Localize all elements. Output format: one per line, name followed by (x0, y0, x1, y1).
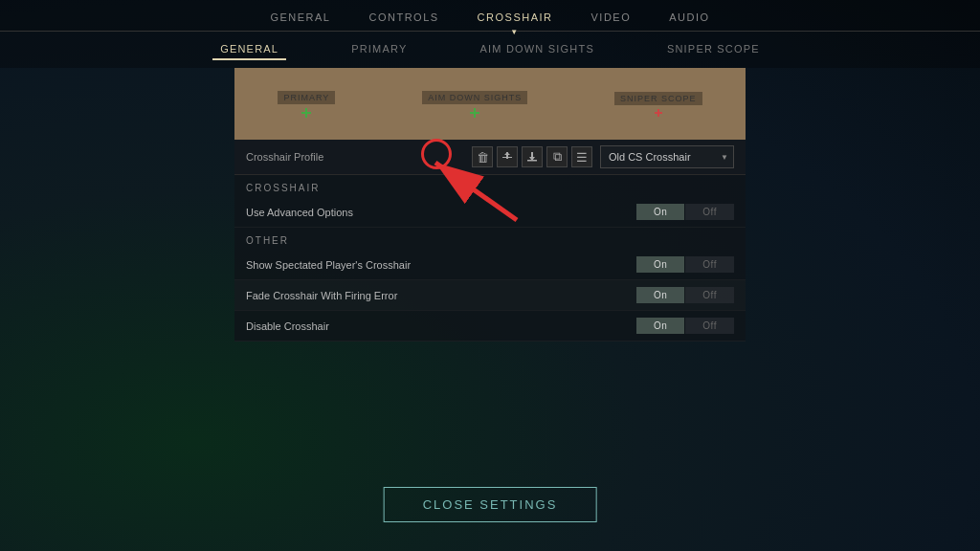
preview-sniper: SNIPER SCOPE (614, 92, 702, 117)
fade-crosshair-row: Fade Crosshair With Firing Error On Off (234, 280, 746, 311)
export-profile-button[interactable] (497, 146, 518, 167)
use-advanced-options-toggle: On Off (636, 204, 734, 220)
show-spectated-on[interactable]: On (636, 256, 684, 273)
fade-crosshair-off[interactable]: Off (685, 287, 734, 303)
disable-crosshair-row: Disable Crosshair On Off (234, 311, 746, 342)
subnav-sniper-scope[interactable]: SNIPER SCOPE (659, 39, 768, 60)
preview-primary-label: PRIMARY (278, 91, 335, 104)
nav-video[interactable]: VIDEO (591, 8, 632, 27)
copy-profile-button[interactable]: ⧉ (546, 146, 568, 167)
close-settings-wrapper: CLOSE SETTINGS (384, 487, 597, 522)
nav-controls[interactable]: CONTROLS (368, 8, 438, 27)
disable-crosshair-off[interactable]: Off (685, 318, 734, 334)
profile-dropdown[interactable]: Old CS Crosshair Default Custom (600, 145, 734, 168)
disable-crosshair-on[interactable]: On (636, 318, 684, 334)
preview-ads: AIM DOWN SIGHTS (422, 91, 527, 118)
fade-crosshair-label: Fade Crosshair With Firing Error (246, 290, 636, 301)
nav-audio[interactable]: AUDIO (669, 8, 709, 27)
list-profile-button[interactable]: ☰ (571, 146, 592, 167)
show-spectated-off[interactable]: Off (685, 256, 734, 273)
profile-row: Crosshair Profile 🗑 ⧉ ☰ Old CS Crosshair… (234, 140, 746, 175)
delete-profile-button[interactable]: 🗑 (472, 146, 493, 167)
nav-crosshair[interactable]: CROSSHAIR (478, 8, 553, 27)
fade-crosshair-on[interactable]: On (636, 287, 684, 303)
use-advanced-options-label: Use Advanced Options (246, 207, 636, 218)
disable-crosshair-toggle: On Off (636, 318, 734, 334)
nav-general[interactable]: GENERAL (270, 8, 330, 27)
use-advanced-options-off[interactable]: Off (685, 204, 734, 220)
sub-nav: GENERAL PRIMARY AIM DOWN SIGHTS SNIPER S… (0, 32, 980, 68)
profile-label: Crosshair Profile (246, 151, 464, 163)
preview-primary: PRIMARY (278, 91, 335, 118)
top-nav: GENERAL CONTROLS CROSSHAIR VIDEO AUDIO (0, 0, 980, 32)
crosshair-primary (301, 108, 311, 118)
show-spectated-crosshair-row: Show Spectated Player's Crosshair On Off (234, 250, 746, 280)
fade-crosshair-toggle: On Off (636, 287, 734, 303)
close-settings-button[interactable]: CLOSE SETTINGS (384, 487, 597, 522)
subnav-general[interactable]: GENERAL (212, 39, 286, 60)
subnav-aim-down-sights[interactable]: AIM DOWN SIGHTS (472, 39, 601, 60)
other-section-header: OTHER (234, 228, 746, 250)
crosshair-ads (470, 108, 479, 118)
show-spectated-crosshair-toggle: On Off (636, 256, 734, 273)
import-profile-button[interactable] (522, 146, 543, 167)
svg-marker-2 (504, 152, 510, 155)
preview-ads-label: AIM DOWN SIGHTS (422, 91, 527, 104)
settings-panel: Crosshair Profile 🗑 ⧉ ☰ Old CS Crosshair… (234, 140, 746, 342)
profile-dropdown-wrapper: Old CS Crosshair Default Custom (600, 145, 734, 168)
preview-sniper-label: SNIPER SCOPE (614, 92, 702, 105)
subnav-primary[interactable]: PRIMARY (344, 39, 414, 60)
crosshair-preview: PRIMARY AIM DOWN SIGHTS SNIPER SCOPE (234, 68, 746, 140)
use-advanced-options-row: Use Advanced Options On Off (234, 197, 746, 228)
disable-crosshair-label: Disable Crosshair (246, 320, 636, 332)
profile-icons: 🗑 ⧉ ☰ (472, 146, 592, 167)
use-advanced-options-on[interactable]: On (636, 204, 684, 220)
crosshair-sniper (655, 109, 662, 117)
crosshair-section-header: CROSSHAIR (234, 175, 746, 197)
show-spectated-crosshair-label: Show Spectated Player's Crosshair (246, 259, 636, 271)
